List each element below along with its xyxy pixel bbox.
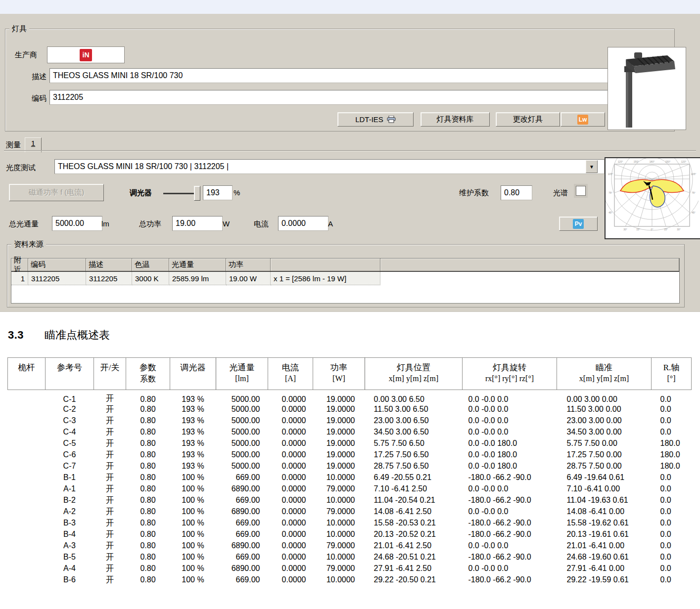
table-cell: 669.00: [216, 472, 268, 483]
svg-text:0°: 0°: [651, 228, 653, 231]
table-cell: 5000.00: [216, 390, 268, 404]
table-cell: 100 %: [170, 518, 216, 529]
table-cell: 5000.00: [216, 415, 268, 427]
luminaire-photo-image: [608, 47, 685, 129]
table-cell: 28.75 7.50 6.50: [365, 461, 463, 472]
table-cell: 10.0000: [313, 574, 365, 586]
table-cell: [8, 495, 46, 506]
aiming-header-cell: 参考号: [46, 358, 94, 374]
total-flux-field[interactable]: 5000.00: [52, 216, 102, 231]
total-power-field[interactable]: 19.00: [172, 216, 223, 231]
lw-icon: Lw: [577, 115, 588, 125]
tab-measurement-1[interactable]: 1: [25, 137, 42, 152]
table-cell: A-3: [46, 540, 94, 552]
table-cell: 0.80: [126, 472, 170, 483]
ldt-ies-button[interactable]: LDT-IES: [337, 112, 414, 127]
table-cell: 0.80: [126, 529, 170, 540]
table-cell: A-4: [46, 563, 94, 574]
table-row: C-4开0.80193 %5000.000.000019.000034.50 3…: [8, 427, 692, 438]
change-luminaire-button[interactable]: 更改灯具: [496, 112, 560, 127]
svg-text:75°: 75°: [608, 191, 612, 194]
luminaire-database-button[interactable]: 灯具资料库: [420, 112, 490, 127]
spectrum-checkbox[interactable]: [574, 184, 588, 198]
dimmer-slider-handle[interactable]: [194, 186, 200, 201]
table-cell: 193 %: [170, 404, 216, 415]
table-cell: 0.0: [652, 390, 692, 404]
table-cell: 5000.00: [216, 449, 268, 461]
table-cell: 669.00: [216, 495, 268, 506]
dimmer-slider-track[interactable]: [163, 193, 197, 194]
table-cell: B-3: [46, 518, 94, 529]
spectrum-label: 光谱: [553, 188, 568, 198]
lw-button[interactable]: Lw: [560, 112, 605, 127]
table-cell: [8, 518, 46, 529]
aiming-header-unit-cell: [94, 373, 126, 390]
table-cell: 0.80: [126, 438, 170, 449]
dimmer-value-field[interactable]: 193: [203, 185, 233, 200]
datasource-header-cell[interactable]: 色温: [132, 259, 169, 271]
datasource-header-cell[interactable]: 附近: [11, 259, 28, 271]
table-cell: -180.0 -66.2 -90.0: [463, 518, 557, 529]
table-cell: 6890.00: [216, 563, 268, 574]
datasource-header-cell[interactable]: 编码: [28, 259, 86, 271]
code-label: 编码: [32, 94, 47, 103]
photometry-dropdown[interactable]: THEOS GLASS MINI 18 SR/100 730 | 3112205…: [54, 159, 605, 174]
table-cell: B-5: [46, 552, 94, 563]
total-power-unit: W: [223, 219, 230, 228]
table-row: B-4开0.80100 %669.000.000010.000020.13 -2…: [8, 529, 692, 540]
polar-diagram: 120°150°180°150°120° 105°75°45°105°75°45…: [605, 157, 700, 239]
table-cell: C-7: [46, 461, 94, 472]
table-cell: 21.01 -6.41 0.00: [557, 540, 652, 552]
table-cell: 0.0 -0.0 0.0: [463, 390, 557, 404]
table-cell: 0.80: [126, 563, 170, 574]
datasource-header-cell[interactable]: [271, 259, 380, 271]
table-cell: [8, 461, 46, 472]
aiming-header-cell: 灯具旋转: [463, 358, 557, 374]
table-cell: 669.00: [216, 518, 268, 529]
maintenance-field[interactable]: 0.80: [501, 185, 532, 200]
datasource-header-cell[interactable]: 描述: [86, 259, 132, 271]
datasource-header-cell[interactable]: [380, 259, 679, 271]
table-cell: 0.0: [652, 495, 692, 506]
table-cell: [8, 438, 46, 449]
table-cell: 10.0000: [313, 472, 365, 483]
table-cell: 0.0 -0.0 180.0: [463, 449, 557, 461]
table-row: B-3开0.80100 %669.000.000010.000015.58 -2…: [8, 518, 692, 529]
code-field[interactable]: 3112205: [49, 90, 609, 105]
table-cell: 79.0000: [313, 563, 365, 574]
table-cell: 0.0000: [268, 563, 313, 574]
table-row: A-1开0.80100 %6890.000.000079.00007.10 -6…: [8, 483, 692, 495]
datasource-cell: 3112205: [28, 272, 86, 285]
aiming-header-unit-cell: x[m] y[m] z[m]: [557, 373, 652, 390]
datasource-cell: 3000 K: [132, 272, 169, 285]
datasource-cell: 1: [11, 272, 28, 285]
table-row: A-4开0.80100 %6890.000.000079.000027.91 -…: [8, 563, 692, 574]
table-cell: 27.91 -6.41 0.00: [557, 563, 652, 574]
table-cell: 0.80: [126, 574, 170, 586]
description-label: 描述: [32, 72, 47, 82]
table-cell: 0.0: [652, 518, 692, 529]
table-cell: 0.0: [652, 552, 692, 563]
table-cell: 0.80: [126, 540, 170, 552]
pv-icon: Pv: [573, 219, 584, 229]
datasource-row[interactable]: 1311220531122053000 K2585.99 lm19.00 Wx …: [11, 272, 679, 285]
table-cell: 5.75 7.50 0.00: [557, 438, 652, 449]
aiming-header-unit-cell: rx[°] ry[°] rz[°]: [463, 373, 557, 390]
datasource-header-cell[interactable]: 功率: [226, 259, 271, 271]
current-field[interactable]: 0.0000: [278, 216, 328, 231]
table-cell: [8, 563, 46, 574]
luminaire-dialog: 灯具 生产商 iN 描述 THEOS GLASS MINI 18 SR/100 …: [0, 14, 700, 312]
pv-button[interactable]: Pv: [559, 217, 598, 231]
table-cell: 11.50 3.00 0.00: [557, 404, 652, 415]
table-cell: 0.0000: [268, 495, 313, 506]
table-cell: 0.80: [126, 427, 170, 438]
table-cell: 开: [94, 574, 126, 586]
description-field[interactable]: THEOS GLASS MINI 18 SR/100 730: [49, 68, 609, 83]
measurement-label: 测量: [6, 140, 21, 150]
dropdown-arrow-icon[interactable]: ▼: [586, 160, 598, 173]
table-cell: [8, 472, 46, 483]
datasource-header-cell[interactable]: 光通量: [169, 259, 226, 271]
photometry-label: 光度测试: [6, 163, 36, 173]
table-row: B-6开0.80100 %669.000.000010.000029.22 -2…: [8, 574, 692, 586]
table-cell: -180.0 -66.2 -90.0: [463, 472, 557, 483]
